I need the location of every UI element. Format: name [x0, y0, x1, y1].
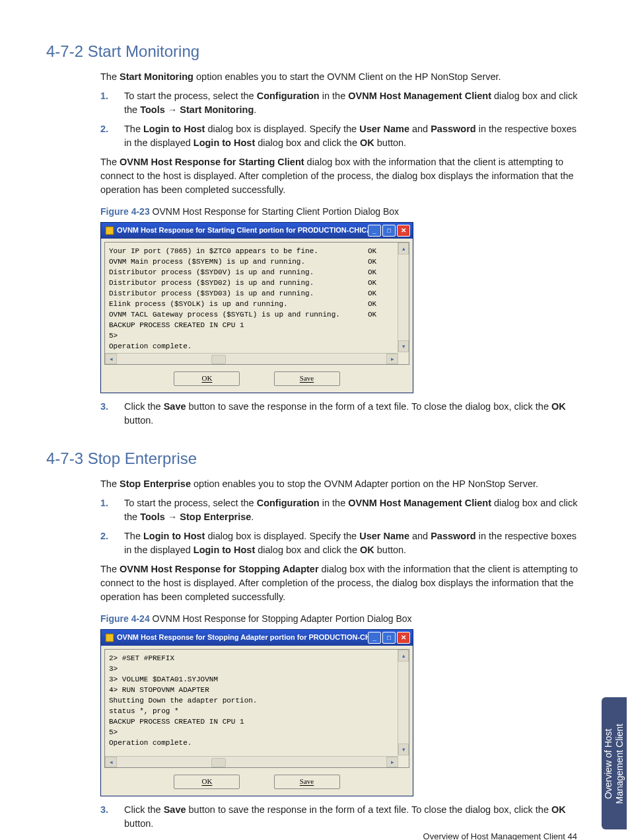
terminal-status [368, 738, 394, 749]
scroll-up-icon[interactable]: ▴ [398, 243, 409, 254]
step3-list-2: 3. Click the Save button to save the res… [100, 803, 584, 831]
side-tab: Overview of HostManagement Client [602, 697, 627, 829]
scroll-right-icon[interactable]: ▸ [386, 354, 398, 364]
scroll-down-icon[interactable]: ▾ [398, 744, 409, 755]
step-number: 2. [100, 122, 108, 136]
terminal-text: OVNM TACL Gateway process ($SYGTL) is up… [109, 310, 368, 321]
maximize-button[interactable]: □ [382, 632, 396, 644]
sidetab-line1: Overview of Host [603, 728, 613, 799]
output-area: Your IP port (7865) in $ZTC0 appears to … [104, 242, 409, 365]
terminal-status [368, 321, 394, 331]
terminal-text: status *, prog * [109, 706, 368, 717]
terminal-text: Operation complete. [109, 342, 368, 352]
close-button[interactable]: ✕ [397, 225, 410, 237]
ok-button[interactable]: OK [174, 775, 240, 789]
para-intro-2: The Stop Enterprise option enables you t… [100, 477, 584, 491]
terminal-status [368, 664, 394, 675]
terminal-status [368, 717, 394, 728]
terminal-status [368, 706, 394, 717]
terminal-status [368, 654, 394, 664]
steps-list-2: 1. To start the process, select the Conf… [100, 496, 584, 557]
scroll-right-icon[interactable]: ▸ [386, 757, 398, 767]
terminal-text: Distributor process ($SYD0V) is up and r… [109, 268, 368, 278]
terminal-status: OK [368, 289, 394, 299]
page-footer: Overview of Host Management Client 44 [423, 831, 577, 840]
terminal-text: Operation complete. [109, 738, 368, 749]
dialog-start-client: OVNM Host Response for Starting Client p… [100, 222, 413, 393]
maximize-button[interactable]: □ [382, 225, 396, 237]
terminal-status: OK [368, 278, 394, 289]
step-number: 3. [100, 803, 108, 817]
terminal-status [368, 331, 394, 342]
terminal-text: Shutting Down the adapter portion. [109, 696, 368, 706]
titlebar[interactable]: OVNM Host Response for Starting Client p… [101, 223, 413, 239]
para-response-2: The OVNM Host Response for Stopping Adap… [100, 562, 584, 604]
step-number: 1. [100, 89, 108, 103]
minimize-button[interactable]: _ [368, 632, 381, 644]
terminal-text: OVNM Main process ($SYEMN) is up and run… [109, 257, 368, 268]
scroll-left-icon[interactable]: ◂ [105, 354, 117, 364]
terminal-status [368, 696, 394, 706]
terminal-text: Your IP port (7865) in $ZTC0 appears to … [109, 247, 368, 257]
figure-caption-24: Figure 4-24 OVNM Host Response for Stopp… [100, 612, 584, 625]
terminal-text: BACKUP PROCESS CREATED IN CPU 1 [109, 321, 368, 331]
ok-button[interactable]: OK [174, 371, 240, 386]
terminal-text: 2> #SET #PREFIX [109, 654, 368, 664]
save-button[interactable]: Save [274, 775, 340, 789]
minimize-button[interactable]: _ [368, 225, 381, 237]
terminal-status: OK [368, 247, 394, 257]
heading-start-monitoring: 4-7-2 Start Monitoring [46, 40, 584, 63]
step-number: 3. [100, 400, 108, 414]
horizontal-scrollbar[interactable]: ◂▸ [105, 756, 398, 767]
terminal-text: Elink process ($SYOLK) is up and running… [109, 299, 368, 310]
terminal-status: OK [368, 257, 394, 268]
para-intro-1: The Start Monitoring option enables you … [100, 70, 584, 84]
scroll-left-icon[interactable]: ◂ [105, 757, 117, 767]
step-number: 2. [100, 529, 108, 543]
window-title: OVNM Host Response for Starting Client p… [117, 225, 368, 236]
terminal-status [368, 342, 394, 352]
terminal-text: 3> VOLUME $DATA01.SYJOVNM [109, 675, 368, 685]
terminal-status [368, 728, 394, 738]
figure-caption-23: Figure 4-23 OVNM Host Response for Start… [100, 205, 584, 218]
terminal-status: OK [368, 299, 394, 310]
terminal-text: Distributor process ($SYD03) is up and r… [109, 289, 368, 299]
scroll-down-icon[interactable]: ▾ [398, 340, 409, 352]
terminal-text: Distributor process ($SYD02) is up and r… [109, 278, 368, 289]
titlebar[interactable]: OVNM Host Response for Stopping Adapter … [101, 630, 413, 646]
terminal-text: 5> [109, 728, 368, 738]
sidetab-line2: Management Client [614, 724, 625, 804]
save-button[interactable]: Save [274, 371, 340, 386]
horizontal-scrollbar[interactable]: ◂▸ [105, 353, 398, 364]
svg-rect-0 [106, 227, 114, 235]
terminal-status: OK [368, 268, 394, 278]
step-number: 1. [100, 496, 108, 510]
scroll-up-icon[interactable]: ▴ [398, 650, 409, 662]
steps-list-1: 1. To start the process, select the Conf… [100, 89, 584, 150]
terminal-status [368, 675, 394, 685]
svg-rect-1 [106, 634, 114, 642]
terminal-text: BACKUP PROCESS CREATED IN CPU 1 [109, 717, 368, 728]
terminal-status: OK [368, 310, 394, 321]
vertical-scrollbar[interactable]: ▴▾ [398, 650, 409, 755]
heading-stop-enterprise: 4-7-3 Stop Enterprise [46, 447, 584, 471]
terminal-text: 5> [109, 331, 368, 342]
window-title: OVNM Host Response for Stopping Adapter … [117, 632, 368, 643]
step3-list-1: 3. Click the Save button to save the res… [100, 400, 584, 428]
app-icon [105, 226, 114, 235]
output-area: 2> #SET #PREFIX3>3> VOLUME $DATA01.SYJOV… [104, 649, 409, 768]
terminal-text: 3> [109, 664, 368, 675]
terminal-status [368, 685, 394, 696]
close-button[interactable]: ✕ [397, 632, 410, 644]
terminal-text: 4> RUN STOPOVNM ADAPTER [109, 685, 368, 696]
vertical-scrollbar[interactable]: ▴▾ [398, 243, 409, 352]
para-response-1: The OVNM Host Response for Starting Clie… [100, 155, 584, 197]
app-icon [105, 633, 114, 642]
dialog-stop-adapter: OVNM Host Response for Stopping Adapter … [100, 629, 413, 796]
